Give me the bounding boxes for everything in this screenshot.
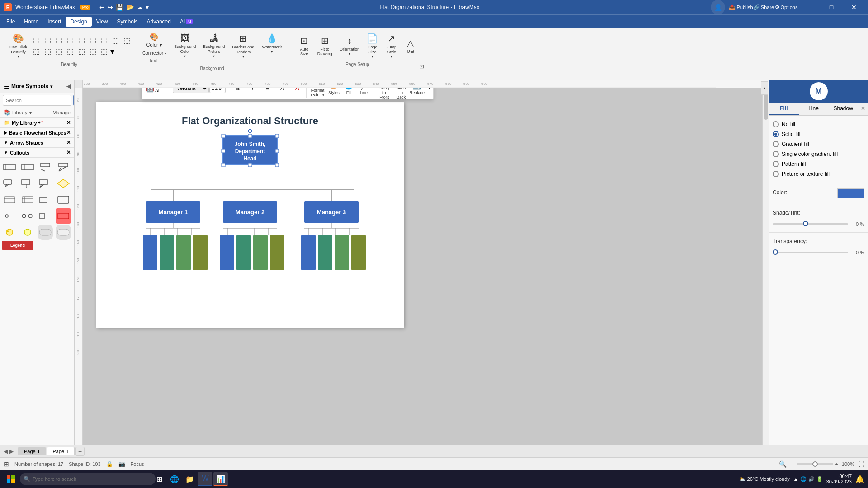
taskbar-search-input[interactable] (20, 473, 156, 485)
text-btn[interactable]: Text - (147, 57, 161, 64)
beautify-btn-9[interactable]: ⬚ (65, 46, 75, 56)
shape-item[interactable] (20, 208, 35, 224)
shape-item[interactable] (20, 176, 35, 191)
gradient-fill-radio[interactable] (773, 141, 779, 147)
shade-slider-track[interactable] (773, 223, 848, 225)
solid-fill-option[interactable]: Solid fill (773, 129, 864, 139)
shape-item[interactable]: Legend (2, 241, 33, 250)
color-preview[interactable] (837, 188, 864, 198)
staff-g2-2[interactable] (236, 235, 251, 270)
single-gradient-option[interactable]: Single color gradient fill (773, 149, 864, 159)
shape-item[interactable] (56, 160, 71, 175)
one-click-beautify-btn[interactable]: 🎨 One ClickBeautify ▾ (6, 31, 30, 61)
menu-insert[interactable]: Insert (43, 17, 66, 27)
callouts-section[interactable]: ▼ Callouts ✕ (0, 148, 74, 158)
staff-g2-3[interactable] (253, 235, 268, 270)
shape-item[interactable] (2, 176, 17, 191)
shape-item[interactable] (2, 225, 17, 240)
search-input[interactable] (3, 95, 71, 106)
panel-collapse-btn[interactable]: ◀ (66, 83, 71, 89)
menu-design[interactable]: Design (66, 17, 91, 27)
beautify-btn-14[interactable]: ⬚ (99, 46, 109, 56)
beautify-btn-4[interactable]: ⬚ (31, 46, 42, 56)
beautify-btn-1[interactable]: ⬚ (31, 35, 42, 45)
cloud-btn[interactable]: ☁ (137, 4, 143, 11)
shape-item[interactable] (56, 192, 71, 207)
no-fill-radio[interactable] (773, 121, 779, 127)
fit-drawing-btn[interactable]: ⊞ Fit toDrawing (314, 33, 335, 59)
status-view-btn[interactable]: ⊞ (4, 460, 9, 468)
options-btn[interactable]: ⚙Options (776, 0, 797, 14)
drawing-area[interactable]: 🤖 Edraw AI Verdana B I ≡ (83, 88, 769, 445)
clock-area[interactable]: 00:47 30-09-2023 (826, 474, 852, 484)
fullscreen-btn[interactable]: ⛶ (858, 460, 864, 468)
minimize-btn[interactable]: — (798, 0, 819, 14)
close-btn[interactable]: ✕ (844, 0, 864, 14)
beautify-btn-2[interactable]: ⬚ (42, 35, 53, 45)
publish-btn[interactable]: 📤Publish (731, 0, 751, 14)
right-panel-collapse-btn[interactable]: › (761, 81, 768, 95)
toolbar-expand-btn[interactable]: › (427, 88, 431, 92)
my-library-section[interactable]: 📁 My Library + * ✕ (0, 118, 74, 128)
shape-item[interactable] (56, 225, 71, 240)
start-btn[interactable] (4, 472, 18, 486)
shape-item[interactable] (38, 225, 53, 240)
beautify-btn-6[interactable]: ⬚ (54, 46, 64, 56)
staff-g3-3[interactable] (335, 235, 349, 270)
align-btn[interactable]: ≡ (260, 88, 274, 98)
staff-g1-3[interactable] (176, 235, 191, 270)
my-library-close-btn[interactable]: ✕ (66, 120, 71, 126)
vertical-scrollbar[interactable] (762, 88, 769, 445)
shape-item[interactable] (38, 160, 53, 175)
watermark-btn[interactable]: 💧 Watermark ▾ (258, 31, 285, 56)
staff-g2-1[interactable] (220, 235, 234, 270)
page-tab-1[interactable]: Page-1 (18, 447, 46, 455)
zoom-slider-thumb[interactable] (812, 461, 818, 467)
staff-g3-4[interactable] (351, 235, 366, 270)
pattern-fill-radio[interactable] (773, 161, 779, 167)
menu-ai[interactable]: AI AI (175, 17, 197, 27)
arrow-shapes-section[interactable]: ▼ Arrow Shapes ✕ (0, 138, 74, 148)
zoom-in-btn[interactable]: + (835, 461, 838, 467)
arrow-shapes-close-btn[interactable]: ✕ (66, 140, 71, 145)
shape-item[interactable] (38, 192, 53, 207)
handle-mr[interactable] (275, 149, 279, 153)
save-btn[interactable]: 💾 (116, 4, 123, 11)
bold-btn[interactable]: B (230, 88, 245, 98)
right-panel-close-btn[interactable]: ✕ (858, 103, 868, 115)
unit-btn[interactable]: △ Unit (401, 35, 420, 56)
beautify-btn-15[interactable]: ⬚ (110, 35, 121, 46)
handle-ml[interactable] (222, 149, 225, 153)
font-selector[interactable]: Verdana (173, 88, 209, 93)
background-color-btn[interactable]: 🖼 BackgroundColor ▾ (171, 31, 199, 61)
no-fill-option[interactable]: No fill (773, 119, 864, 129)
page-tab-2[interactable]: Page-1 (47, 447, 74, 455)
staff-g2-4[interactable] (270, 235, 284, 270)
background-picture-btn[interactable]: 🏞 BackgroundPicture ▾ (200, 31, 228, 61)
italic-btn[interactable]: I (245, 88, 259, 98)
shape-item[interactable] (2, 208, 17, 224)
edge-btn[interactable]: 🌐 (167, 472, 182, 486)
transparency-slider-track[interactable] (773, 252, 848, 253)
basic-flowchart-section[interactable]: ▶ Basic Flowchart Shapes ✕ (0, 128, 74, 138)
handle-tr[interactable] (275, 134, 279, 138)
handle-br[interactable] (275, 163, 279, 167)
basic-flowchart-close-btn[interactable]: ✕ (66, 130, 71, 136)
tab-shadow[interactable]: Shadow (828, 103, 858, 115)
line-btn[interactable]: ╱ Line (356, 88, 371, 98)
page-scroll-left-btn[interactable]: ◀ (4, 448, 8, 455)
staff-g1-2[interactable] (160, 235, 174, 270)
text-color-btn[interactable]: A (290, 88, 304, 98)
undo-btn[interactable]: ↩ (99, 4, 105, 11)
redo-btn[interactable]: ↪ (108, 4, 113, 11)
beautify-btn-10[interactable]: ⬚ (76, 46, 87, 56)
zoom-out-btn[interactable]: — (790, 461, 795, 467)
picture-fill-option[interactable]: Picture or texture fill (773, 169, 864, 179)
rotation-handle[interactable] (248, 129, 252, 133)
styles-btn[interactable]: 🎨 Styles (326, 88, 341, 98)
add-page-btn[interactable]: + (75, 447, 85, 456)
fill-btn[interactable]: 🪣 Fill (341, 88, 356, 98)
more-btn[interactable]: ▾ (146, 4, 149, 11)
solid-fill-radio[interactable] (773, 131, 779, 137)
beautify-btn-12[interactable]: ⬚ (99, 35, 109, 45)
